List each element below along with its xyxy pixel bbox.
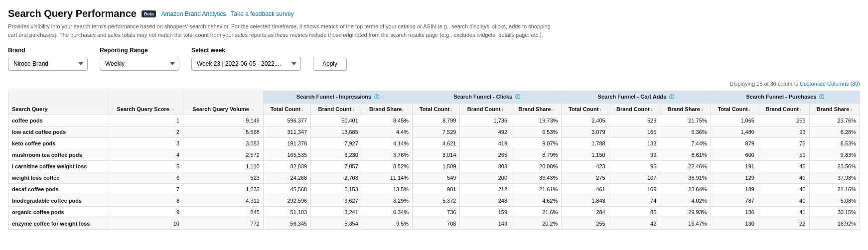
cell-clk-brand: 212 xyxy=(460,184,511,195)
col-group-clicks: Search Funnel - Clicks ⓘ xyxy=(413,91,562,104)
cell-cart-share: 8.61% xyxy=(660,149,711,161)
sort-imp-brand-icon[interactable]: ↓ xyxy=(352,107,355,112)
cell-pur-brand: 22 xyxy=(758,218,809,230)
cell-imp-total: 596,377 xyxy=(263,115,310,126)
cell-volume: 4,312 xyxy=(183,195,264,207)
cell-clk-brand: 159 xyxy=(460,207,511,218)
cell-cart-total: 2,405 xyxy=(562,115,609,126)
cell-volume: 845 xyxy=(183,207,264,218)
cell-imp-share: 6.34% xyxy=(362,207,412,218)
sort-pur-share-icon[interactable]: ↓ xyxy=(850,107,853,112)
page-description: Provides visibility into your search ter… xyxy=(8,22,556,39)
cell-volume: 1,033 xyxy=(183,184,264,195)
table-row: biodegradable coffee pods84,312292,5969,… xyxy=(8,195,860,207)
sort-clk-share-icon[interactable]: ↓ xyxy=(552,107,555,112)
cell-pur-total: 136 xyxy=(711,207,758,218)
cell-query: organic coffee pods xyxy=(8,207,108,218)
filters-section: Brand Niroce Brand Reporting Range Weekl… xyxy=(8,47,860,71)
table-row: enzyme coffee for weight loss1077256,345… xyxy=(8,218,860,230)
table-row: keto coffee pods33,083191,3787,9274.14%4… xyxy=(8,138,860,149)
col-header-cart-total: Total Count↓ xyxy=(562,104,609,115)
cell-imp-brand: 9,627 xyxy=(311,195,362,207)
cell-pur-brand: 93 xyxy=(758,126,809,138)
cell-query: keto coffee pods xyxy=(8,138,108,149)
cell-pur-share: 8.53% xyxy=(809,138,860,149)
col-header-clk-brand: Brand Count↓ xyxy=(460,104,511,115)
cart-info-icon[interactable]: ⓘ xyxy=(669,94,674,100)
page-header: Search Query Performance Beta Amazon Bra… xyxy=(8,8,860,39)
cell-volume: 3,083 xyxy=(183,138,264,149)
cell-clk-brand: 265 xyxy=(460,149,511,161)
cell-cart-brand: 133 xyxy=(609,138,660,149)
cell-imp-brand: 2,703 xyxy=(311,172,362,184)
cell-clk-total: 708 xyxy=(413,218,460,230)
cell-clk-share: 19.73% xyxy=(511,115,562,126)
sort-clk-brand-icon[interactable]: ↓ xyxy=(501,107,504,112)
cell-clk-brand: 248 xyxy=(460,195,511,207)
sort-pur-brand-icon[interactable]: ↓ xyxy=(800,107,802,112)
customize-columns-link[interactable]: Customize Columns (30) xyxy=(800,81,860,87)
sort-pur-total-icon[interactable]: ↓ xyxy=(749,107,751,112)
cell-volume: 772 xyxy=(183,218,264,230)
cell-imp-share: 9.5% xyxy=(362,218,412,230)
select-week-select[interactable]: Week 23 | 2022-06-05 - 2022.... xyxy=(191,57,301,71)
sort-imp-total-icon[interactable]: ↓ xyxy=(301,107,304,112)
table-row: mushroom tea coffee pods42,572165,5356,2… xyxy=(8,149,860,161)
cell-clk-total: 1,509 xyxy=(413,161,460,172)
table-row: weight loss coffee652324,2682,70311.14%5… xyxy=(8,172,860,184)
cell-cart-total: 1,843 xyxy=(562,195,609,207)
cell-score: 10 xyxy=(108,218,183,230)
cell-pur-brand: 59 xyxy=(758,149,809,161)
cell-pur-share: 23.56% xyxy=(809,161,860,172)
cell-query: biodegradable coffee pods xyxy=(8,195,108,207)
cell-imp-total: 45,568 xyxy=(263,184,310,195)
table-row: decaf coffee pods71,03345,5686,15313.5%9… xyxy=(8,184,860,195)
cell-cart-total: 255 xyxy=(562,218,609,230)
cell-volume: 2,572 xyxy=(183,149,264,161)
col-header-imp-brand: Brand Count↓ xyxy=(311,104,362,115)
cell-pur-total: 191 xyxy=(711,161,758,172)
select-week-label: Select week xyxy=(191,47,301,54)
purchases-info-icon[interactable]: ⓘ xyxy=(819,94,824,100)
cell-cart-brand: 165 xyxy=(609,126,660,138)
impressions-info-icon[interactable]: ⓘ xyxy=(374,94,379,100)
col-header-search-query: Search Query xyxy=(8,91,108,115)
cell-pur-share: 23.76% xyxy=(809,115,860,126)
sort-score-icon[interactable]: ↑ xyxy=(172,107,174,112)
clicks-info-icon[interactable]: ⓘ xyxy=(515,94,520,100)
cell-clk-share: 9.07% xyxy=(511,138,562,149)
cell-cart-total: 1,788 xyxy=(562,138,609,149)
col-header-volume: Search Query Volume ↓ xyxy=(183,91,264,115)
feedback-link[interactable]: Take a feedback survey xyxy=(231,10,294,17)
page-title: Search Query Performance xyxy=(8,8,137,19)
brand-label: Brand xyxy=(8,47,88,54)
cell-pur-brand: 45 xyxy=(758,161,809,172)
sort-imp-share-icon[interactable]: ↓ xyxy=(403,107,405,112)
cell-imp-share: 4.4% xyxy=(362,126,412,138)
col-header-imp-total: Total Count↓ xyxy=(263,104,310,115)
brand-select[interactable]: Niroce Brand xyxy=(8,57,88,71)
brand-analytics-link[interactable]: Amazon Brand Analytics xyxy=(161,10,226,17)
cell-pur-total: 130 xyxy=(711,218,758,230)
cell-imp-brand: 5,354 xyxy=(311,218,362,230)
cell-clk-total: 8,799 xyxy=(413,115,460,126)
sort-cart-total-icon[interactable]: ↓ xyxy=(599,107,602,112)
apply-button[interactable]: Apply xyxy=(313,57,347,71)
cell-imp-brand: 13,685 xyxy=(311,126,362,138)
sort-cart-share-icon[interactable]: ↓ xyxy=(701,107,704,112)
cell-pur-total: 129 xyxy=(711,172,758,184)
cell-cart-brand: 74 xyxy=(609,195,660,207)
cell-imp-share: 8.52% xyxy=(362,161,412,172)
reporting-range-select[interactable]: Weekly xyxy=(100,57,179,71)
sort-volume-icon[interactable]: ↓ xyxy=(252,107,254,112)
col-header-imp-share: Brand Share↓ xyxy=(362,104,412,115)
cell-imp-total: 24,268 xyxy=(263,172,310,184)
cell-pur-total: 879 xyxy=(711,138,758,149)
cell-imp-total: 165,535 xyxy=(263,149,310,161)
table-row: coffee pods19,149596,37750,4018.45%8,799… xyxy=(8,115,860,126)
sort-clk-total-icon[interactable]: ↓ xyxy=(450,107,453,112)
col-header-cart-share: Brand Share↓ xyxy=(660,104,711,115)
cell-clk-total: 3,014 xyxy=(413,149,460,161)
cell-pur-brand: 75 xyxy=(758,138,809,149)
sort-cart-brand-icon[interactable]: ↓ xyxy=(651,107,653,112)
